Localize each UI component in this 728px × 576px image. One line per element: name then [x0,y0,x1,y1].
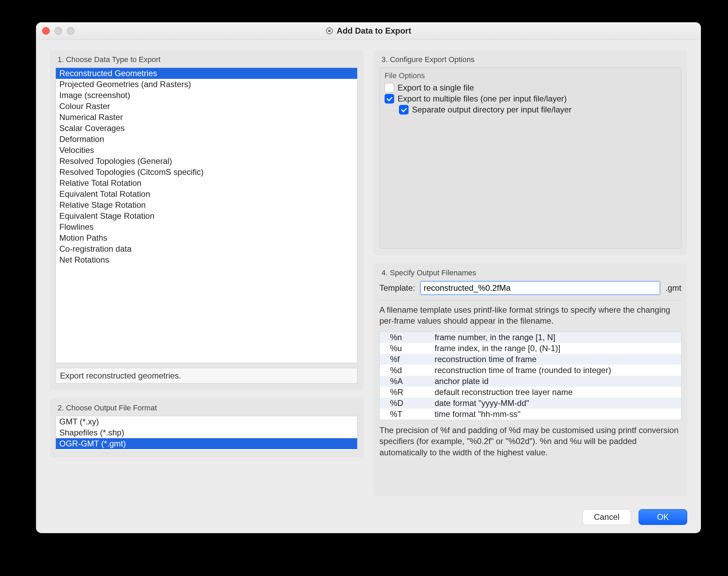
format-spec-desc: anchor plate id [431,376,681,387]
template-extension: .gmt [665,283,681,293]
data-type-item[interactable]: Equivalent Stage Rotation [56,211,357,221]
format-spec-desc: reconstruction time of frame [431,354,681,365]
file-options-title: File Options [380,70,681,82]
template-input[interactable] [420,281,660,295]
data-type-item[interactable]: Net Rotations [56,254,357,265]
data-type-description: Export reconstructed geometries. [56,368,357,384]
opt-sepdir-row[interactable]: Separate output directory per input file… [380,104,681,115]
separator [379,300,681,300]
label-export-multiple: Export to multiple files (one per input … [398,94,567,104]
data-type-item[interactable]: Numerical Raster [56,112,357,123]
ok-button[interactable]: OK [639,509,687,525]
checkbox-export-multiple[interactable] [385,94,394,104]
data-type-item[interactable]: Motion Paths [56,232,357,243]
format-specifier-table: %nframe number, in the range [1, N]%ufra… [379,332,681,420]
format-spec-row: %freconstruction time of frame [380,354,681,365]
format-spec-row: %Rdefault reconstruction tree layer name [380,387,681,398]
format-spec-code: %A [380,376,432,387]
data-type-item[interactable]: Scalar Coverages [56,123,357,134]
format-spec-code: %n [380,332,432,343]
format-spec-code: %u [380,343,432,354]
right-column: 3. Configure Export Options File Options… [374,50,687,496]
format-item[interactable]: GMT (*.xy) [56,416,357,427]
label-separate-directory: Separate output directory per input file… [412,105,572,115]
format-spec-desc: date format "yyyy-MM-dd" [431,398,681,409]
window-controls [42,27,74,35]
format-listbox[interactable]: GMT (*.xy)Shapefiles (*.shp)OGR-GMT (*.g… [56,416,357,451]
dialog-body: 1. Choose Data Type to Export Reconstruc… [36,40,701,503]
format-spec-desc: reconstruction time of frame (rounded to… [431,365,681,376]
title-area: Add Data to Export [36,26,701,36]
format-spec-code: %T [380,409,432,420]
section4-title: 4. Specify Output Filenames [381,268,681,277]
data-type-listbox[interactable]: Reconstructed GeometriesProjected Geomet… [56,68,357,363]
template-help-1: A filename template uses printf-like for… [379,304,681,327]
data-type-item[interactable]: Projected Geometries (and Rasters) [56,79,357,90]
svg-point-1 [328,30,331,32]
data-type-item[interactable]: Relative Stage Rotation [56,200,357,211]
panel-choose-data-type: 1. Choose Data Type to Export Reconstruc… [50,50,363,390]
panel-choose-format: 2. Choose Output File Format GMT (*.xy)S… [50,398,363,457]
format-spec-desc: default reconstruction tree layer name [431,387,681,398]
close-window-button[interactable] [42,27,50,35]
data-type-item[interactable]: Colour Raster [56,101,357,112]
format-spec-row: %Aanchor plate id [380,376,681,387]
format-spec-code: %D [380,398,432,409]
section1-title: 1. Choose Data Type to Export [58,55,357,64]
data-type-item[interactable]: Reconstructed Geometries [56,68,357,79]
format-spec-row: %Ddate format "yyyy-MM-dd" [380,398,681,409]
minimize-window-button[interactable] [54,27,62,35]
label-export-single: Export to a single file [398,83,474,93]
opt-multi-row[interactable]: Export to multiple files (one per input … [380,93,681,104]
format-spec-row: %dreconstruction time of frame (rounded … [380,365,681,376]
checkbox-export-single[interactable] [385,83,394,93]
titlebar: Add Data to Export [36,22,701,40]
section2-title: 2. Choose Output File Format [58,404,357,412]
app-icon [326,27,333,35]
data-type-item[interactable]: Velocities [56,145,357,156]
panel-output-filenames: 4. Specify Output Filenames Template: .g… [374,263,687,496]
format-spec-desc: time format "hh-mm-ss" [431,409,681,420]
opt-single-row[interactable]: Export to a single file [380,82,681,93]
format-item[interactable]: OGR-GMT (*.gmt) [56,438,357,449]
data-type-item[interactable]: Equivalent Total Rotation [56,189,357,200]
dialog-window: Add Data to Export 1. Choose Data Type t… [36,22,701,533]
panel-configure-options: 3. Configure Export Options File Options… [374,50,687,255]
template-row: Template: .gmt [379,281,681,295]
dialog-footer: Cancel OK [582,509,687,525]
data-type-item[interactable]: Image (screenshot) [56,90,357,101]
data-type-item[interactable]: Resolved Topologies (General) [56,156,357,167]
format-spec-desc: frame number, in the range [1, N] [431,332,681,343]
template-help-2: The precision of %f and padding of %d ma… [379,425,681,458]
format-spec-code: %f [380,354,432,365]
left-column: 1. Choose Data Type to Export Reconstruc… [50,50,363,496]
cancel-button[interactable]: Cancel [582,509,631,525]
file-options-group: File Options Export to a single file Exp… [379,68,681,249]
svg-point-0 [326,28,332,34]
window-title: Add Data to Export [337,26,411,36]
format-spec-code: %d [380,365,432,376]
checkbox-separate-directory[interactable] [399,105,409,115]
section3-title: 3. Configure Export Options [381,55,681,64]
data-type-item[interactable]: Co-registration data [56,243,357,254]
data-type-item[interactable]: Relative Total Rotation [56,178,357,189]
maximize-window-button[interactable] [67,27,74,35]
format-spec-row: %nframe number, in the range [1, N] [380,332,681,343]
data-type-item[interactable]: Resolved Topologies (CitcomS specific) [56,167,357,178]
format-spec-row: %uframe index, in the range [0, (N-1)] [380,343,681,354]
format-spec-desc: frame index, in the range [0, (N-1)] [431,343,681,354]
format-spec-code: %R [380,387,432,398]
format-item[interactable]: Shapefiles (*.shp) [56,427,357,438]
data-type-item[interactable]: Deformation [56,134,357,145]
data-type-item[interactable]: Flowlines [56,221,357,232]
format-spec-row: %Ttime format "hh-mm-ss" [380,409,681,420]
template-label: Template: [379,283,415,293]
